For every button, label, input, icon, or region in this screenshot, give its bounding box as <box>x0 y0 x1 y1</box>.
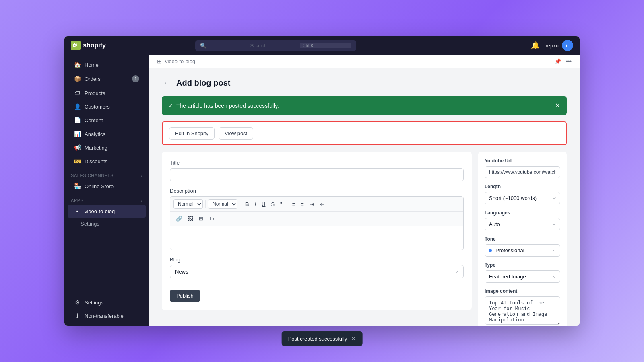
link-button[interactable]: 🔗 <box>173 214 185 223</box>
length-label: Length <box>485 184 560 189</box>
breadcrumb-path: video-to-blog <box>165 58 195 64</box>
description-label: Description <box>170 188 464 194</box>
type-label: Type <box>485 262 560 268</box>
tone-dot <box>489 249 492 252</box>
tone-select-wrapper: Professional Casual Formal <box>485 244 560 257</box>
italic-button[interactable]: I <box>252 200 258 209</box>
image-button[interactable]: 🖼 <box>186 214 196 223</box>
page-header: ← Add blog post <box>162 78 567 88</box>
sales-channels-chevron: › <box>141 173 142 178</box>
publish-button[interactable]: Publish <box>170 290 200 302</box>
editor-content[interactable] <box>170 226 463 250</box>
toast-close-button[interactable]: ✕ <box>351 335 356 342</box>
youtube-url-field: Youtube Url <box>485 158 560 178</box>
sidebar-item-online-store[interactable]: 🏪 Online Store <box>68 180 146 193</box>
settings-icon: ⚙ <box>74 299 80 306</box>
success-banner-close[interactable]: ✕ <box>555 102 560 109</box>
languages-field: Languages Auto English Spanish <box>485 210 560 230</box>
left-col: Title Description Normal <box>162 152 472 326</box>
sidebar-item-analytics[interactable]: 📊 Analytics <box>68 128 146 140</box>
action-buttons-row: Edit in Shopify View post <box>162 121 567 145</box>
edit-in-shopify-button[interactable]: Edit in Shopify <box>169 127 215 140</box>
type-select[interactable]: Featured Image Standard Gallery <box>485 270 560 283</box>
sidebar-item-non-transferable[interactable]: ℹ Non-transferable <box>68 309 146 322</box>
page-title: Add blog post <box>176 78 230 88</box>
sidebar-sub-settings[interactable]: Settings <box>68 218 146 229</box>
store-icon: 🏪 <box>74 183 80 189</box>
content-icon: 📄 <box>74 117 80 123</box>
list-ordered-button[interactable]: ≡ <box>290 200 298 209</box>
toolbar-row-1: Normal Normal B I <box>170 197 463 212</box>
two-col-layout: Title Description Normal <box>162 152 567 326</box>
search-bar[interactable]: 🔍 Search Ctrl K <box>195 40 356 51</box>
toolbar-divider-2 <box>240 200 240 208</box>
clear-format-button[interactable]: Tx <box>206 214 217 223</box>
outdent-button[interactable]: ⇤ <box>317 200 326 209</box>
length-select[interactable]: Short (~1000 words) Medium (~2000 words)… <box>485 192 560 204</box>
info-icon: ℹ <box>74 313 80 319</box>
customers-icon: 👤 <box>74 103 80 110</box>
toolbar-divider-3 <box>287 200 287 208</box>
tone-label: Tone <box>485 236 560 242</box>
view-post-button[interactable]: View post <box>219 127 253 140</box>
search-icon: 🔍 <box>200 43 247 49</box>
orders-icon: 📦 <box>74 76 80 82</box>
discounts-icon: 🎫 <box>74 158 80 165</box>
bell-icon[interactable]: 🔔 <box>531 41 540 50</box>
languages-select[interactable]: Auto English Spanish <box>485 218 560 230</box>
sidebar-item-video-to-blog[interactable]: ▪ video-to-blog <box>68 205 146 218</box>
list-unordered-button[interactable]: ≡ <box>298 200 306 209</box>
description-group: Description Normal Normal <box>170 188 464 250</box>
table-button[interactable]: ⊞ <box>196 214 206 223</box>
tone-select[interactable]: Professional Casual Formal <box>485 244 560 257</box>
search-shortcut: Ctrl K <box>300 43 351 48</box>
sidebar-item-content[interactable]: 📄 Content <box>68 114 146 127</box>
toolbar-row-2: 🔗 🖼 ⊞ Tx <box>170 212 463 226</box>
type-field: Type Featured Image Standard Gallery <box>485 262 560 283</box>
page-content: ← Add blog post ✓ The article has been p… <box>149 68 580 326</box>
underline-button[interactable]: U <box>259 200 268 209</box>
format-select-1[interactable]: Normal <box>173 199 203 209</box>
youtube-url-label: Youtube Url <box>485 158 560 164</box>
sidebar-item-customers[interactable]: 👤 Customers <box>68 100 146 113</box>
breadcrumb-icon: ⊞ <box>157 58 162 64</box>
bold-button[interactable]: B <box>243 200 251 209</box>
sidebar-item-orders[interactable]: 📦 Orders 1 <box>68 72 146 86</box>
blog-group: Blog News <box>170 257 464 278</box>
indent-button[interactable]: ⇥ <box>307 200 316 209</box>
more-icon[interactable]: ••• <box>566 58 572 64</box>
toast-message: Post created successfully <box>288 336 347 342</box>
sidebar-item-discounts[interactable]: 🎫 Discounts <box>68 155 146 168</box>
quote-button[interactable]: " <box>278 200 285 209</box>
image-content-textarea[interactable]: Top AI Tools of the Year for Music Gener… <box>485 296 560 325</box>
back-button[interactable]: ← <box>162 78 171 88</box>
title-group: Title <box>170 160 464 181</box>
sidebar-item-home[interactable]: 🏠 Home <box>68 58 146 71</box>
app-icon: ▪ <box>74 208 80 214</box>
user-info: irepxu ir <box>545 40 573 51</box>
right-panel-combined: Youtube Url Length Short (~1000 words) M… <box>478 152 567 326</box>
sidebar-bottom: ⚙ Settings ℹ Non-transferable <box>64 292 149 323</box>
pin-icon: 📌 <box>555 58 561 64</box>
success-message: The article has been posted successfully… <box>176 103 279 109</box>
title-input[interactable] <box>170 168 464 181</box>
nav-right: 🔔 irepxu ir <box>531 40 573 51</box>
user-avatar[interactable]: ir <box>562 40 573 51</box>
languages-label: Languages <box>485 210 560 216</box>
products-icon: 🏷 <box>74 90 80 96</box>
blog-select[interactable]: News <box>170 265 464 278</box>
format-select-2[interactable]: Normal <box>208 199 237 209</box>
apps-label: Apps › <box>64 193 149 204</box>
blog-label: Blog <box>170 257 464 263</box>
sidebar-item-products[interactable]: 🏷 Products <box>68 86 146 99</box>
home-icon: 🏠 <box>74 62 80 68</box>
apps-chevron: › <box>141 198 142 203</box>
breadcrumb-bar: ⊞ video-to-blog 📌 ••• <box>149 55 580 68</box>
strikethrough-button[interactable]: S <box>268 200 277 209</box>
sidebar-item-settings[interactable]: ⚙ Settings <box>68 296 146 309</box>
top-nav: 🛍 shopify 🔍 Search Ctrl K 🔔 irepxu ir <box>64 36 580 55</box>
marketing-icon: 📢 <box>74 144 80 151</box>
sidebar-item-marketing[interactable]: 📢 Marketing <box>68 141 146 154</box>
orders-badge: 1 <box>132 75 139 82</box>
youtube-url-input[interactable] <box>485 166 560 178</box>
